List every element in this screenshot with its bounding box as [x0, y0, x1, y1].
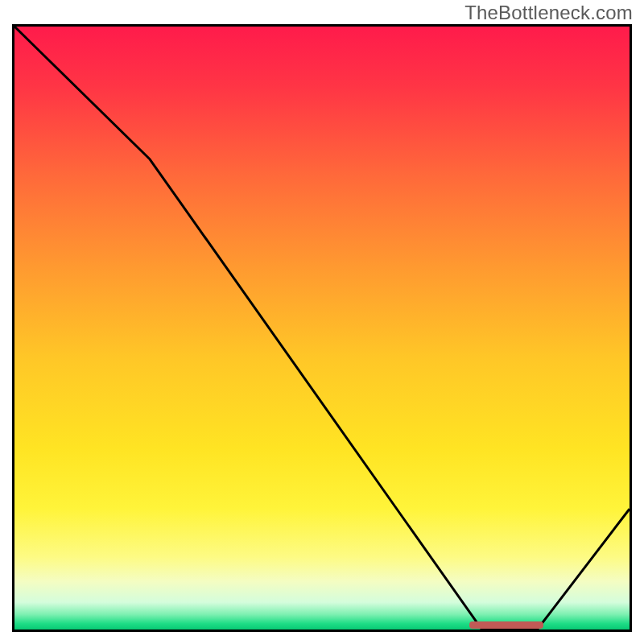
- plot-area: [14, 27, 630, 630]
- optimal-range-marker: [469, 621, 543, 629]
- chart-stage: TheBottleneck.com: [0, 0, 644, 644]
- plot-frame: [12, 24, 632, 632]
- bottleneck-curve: [14, 27, 630, 630]
- watermark-text: TheBottleneck.com: [464, 2, 633, 24]
